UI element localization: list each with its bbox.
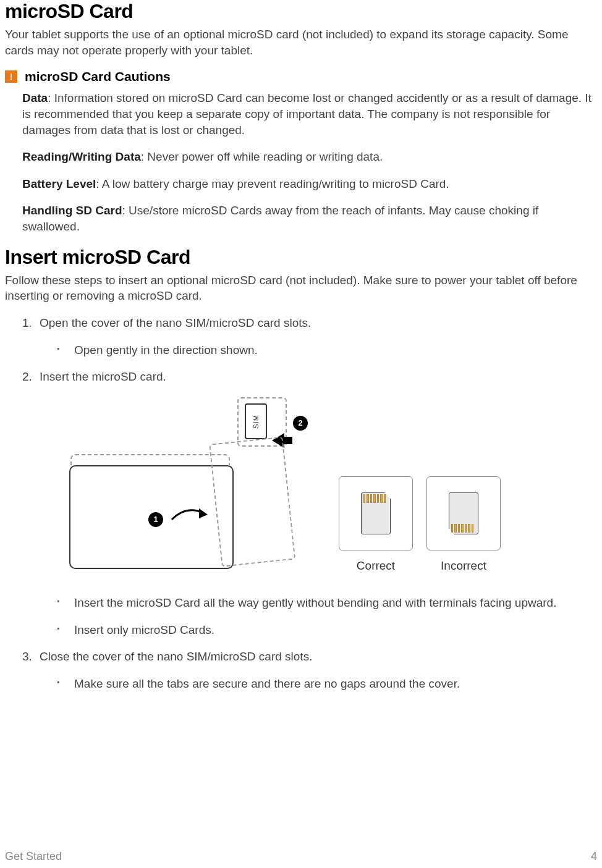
tablet-diagram: SIM 2 1 bbox=[64, 397, 324, 576]
step-2-number: 2. bbox=[22, 369, 32, 385]
svg-marker-0 bbox=[199, 508, 208, 518]
badge-2-icon: 2 bbox=[293, 416, 308, 431]
step-3-number: 3. bbox=[22, 649, 32, 665]
cautions-header-row: ! microSD Card Cautions bbox=[5, 69, 597, 84]
incorrect-label: Incorrect bbox=[441, 558, 486, 574]
footer-page-number: 4 bbox=[591, 850, 597, 863]
caution-handling: Handling SD Card: Use/store microSD Card… bbox=[22, 203, 597, 234]
steps-list: 1. Open the cover of the nano SIM/microS… bbox=[5, 315, 597, 691]
step-1-text: Open the cover of the nano SIM/microSD c… bbox=[40, 316, 311, 329]
step-3: 3. Close the cover of the nano SIM/micro… bbox=[22, 649, 597, 691]
caution-data-text: : Information stored on microSD Card can… bbox=[22, 91, 591, 136]
caution-icon: ! bbox=[5, 70, 17, 83]
step-2: 2. Insert the microSD card. SIM 2 1 bbox=[22, 369, 597, 638]
step-2-sub-2: Insert only microSD Cards. bbox=[57, 622, 597, 638]
caution-data: Data: Information stored on microSD Card… bbox=[22, 90, 597, 138]
incorrect-card-box: Incorrect bbox=[426, 476, 501, 574]
heading-microsd-card: microSD Card bbox=[5, 0, 597, 23]
caution-battery-label: Battery Level bbox=[22, 177, 96, 190]
intro2-paragraph: Follow these steps to insert an optional… bbox=[5, 272, 597, 304]
step-1-number: 1. bbox=[22, 315, 32, 331]
incorrect-card-frame bbox=[426, 476, 501, 550]
correct-card-frame bbox=[339, 476, 413, 550]
caution-readwrite-label: Reading/Writing Data bbox=[22, 150, 141, 163]
step-3-text: Close the cover of the nano SIM/microSD … bbox=[40, 650, 312, 663]
caution-readwrite: Reading/Writing Data: Never power off wh… bbox=[22, 149, 597, 165]
step-1-sub-1: Open gently in the direction shown. bbox=[57, 342, 597, 358]
sim-card-outline: SIM bbox=[245, 403, 267, 439]
step-2-text: Insert the microSD card. bbox=[40, 370, 166, 383]
tablet-top-edge bbox=[70, 454, 230, 465]
sdcard-correct-icon bbox=[361, 492, 391, 534]
step-1: 1. Open the cover of the nano SIM/microS… bbox=[22, 315, 597, 358]
step-2-sub-1: Insert the microSD Card all the way gent… bbox=[57, 595, 597, 611]
cover-open-outline bbox=[209, 436, 295, 567]
page-footer: Get Started 4 bbox=[5, 850, 597, 863]
sim-label: SIM bbox=[252, 415, 261, 429]
caution-handling-label: Handling SD Card bbox=[22, 204, 122, 217]
intro-paragraph: Your tablet supports the use of an optio… bbox=[5, 27, 597, 58]
caution-battery-text: : A low battery charge may prevent readi… bbox=[96, 177, 449, 190]
insert-illustration: SIM 2 1 bbox=[40, 385, 597, 584]
sdcard-incorrect-icon bbox=[449, 492, 478, 534]
card-orientation-panel: Correct Incorrect bbox=[339, 476, 501, 576]
footer-section: Get Started bbox=[5, 850, 62, 863]
cautions-heading: microSD Card Cautions bbox=[25, 69, 171, 84]
step-3-sub-1: Make sure all the tabs are secure and th… bbox=[57, 676, 597, 692]
arrow-open-icon bbox=[168, 501, 211, 529]
correct-card-box: Correct bbox=[339, 476, 413, 574]
badge-1-icon: 1 bbox=[148, 512, 163, 527]
caution-data-label: Data bbox=[22, 91, 48, 104]
caution-readwrite-text: : Never power off while reading or writi… bbox=[141, 150, 383, 163]
caution-battery: Battery Level: A low battery charge may … bbox=[22, 176, 597, 192]
correct-label: Correct bbox=[357, 558, 395, 574]
heading-insert-microsd: Insert microSD Card bbox=[5, 246, 597, 269]
